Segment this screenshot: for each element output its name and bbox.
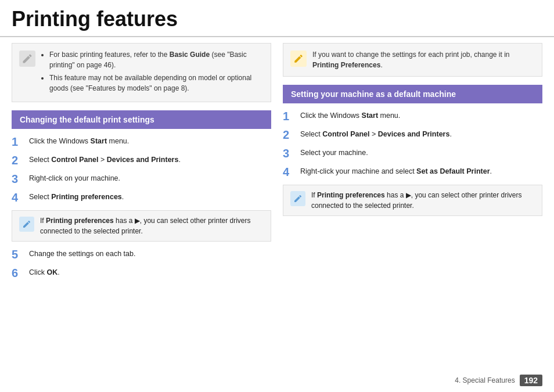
step-4: 4 Select Printing preferences. <box>12 190 271 204</box>
s2-step-3: 3 Select your machine. <box>283 146 542 160</box>
inline-note-right: If Printing preferences has a ▶, you can… <box>283 185 542 216</box>
section2-steps: 1 Click the Windows Start menu. 2 Select… <box>283 109 542 179</box>
section1-header: Changing the default print settings <box>12 110 271 129</box>
step-6: 6 Click OK. <box>12 266 271 280</box>
step-2: 2 Select Control Panel > Devices and Pri… <box>12 153 271 167</box>
page-footer: 4. Special Features 192 <box>455 375 542 386</box>
top-note-box-left: For basic printing features, refer to th… <box>12 43 271 102</box>
steps-5-6: 5 Change the settings on each tab. 6 Cli… <box>12 247 271 280</box>
pencil-icon-inline-right <box>290 191 305 206</box>
step-5: 5 Change the settings on each tab. <box>12 247 271 261</box>
right-column: If you want to change the settings for e… <box>283 43 542 286</box>
title-area: Printing features <box>0 0 554 37</box>
page: Printing features For basic printing fea… <box>0 0 554 392</box>
top-note-box-right: If you want to change the settings for e… <box>283 43 542 77</box>
pencil-icon <box>19 51 35 67</box>
left-column: For basic printing features, refer to th… <box>12 43 271 286</box>
s2-step-2: 2 Select Control Panel > Devices and Pri… <box>283 128 542 142</box>
pencil-icon-inline-left <box>19 217 34 232</box>
inline-note-text-left: If Printing preferences has a ▶, you can… <box>40 215 264 236</box>
top-note-text-left: For basic printing features, refer to th… <box>41 49 264 96</box>
inline-note-left: If Printing preferences has a ▶, you can… <box>12 210 271 242</box>
step-3: 3 Right-click on your machine. <box>12 172 271 186</box>
page-title: Printing features <box>12 7 542 31</box>
page-number: 192 <box>520 375 542 386</box>
step-1: 1 Click the Windows Start menu. <box>12 135 271 149</box>
main-content: For basic printing features, refer to th… <box>0 43 554 286</box>
section2-header: Setting your machine as a default machin… <box>283 85 542 103</box>
inline-note-text-right: If Printing preferences has a ▶, you can… <box>311 190 535 211</box>
chapter-label: 4. Special Features <box>455 376 515 384</box>
pencil-icon-right-top <box>290 51 307 67</box>
s2-step-1: 1 Click the Windows Start menu. <box>283 109 542 123</box>
steps-1-4: 1 Click the Windows Start menu. 2 Select… <box>12 135 271 204</box>
top-note-text-right: If you want to change the settings for e… <box>312 49 535 70</box>
s2-step-4: 4 Right-click your machine and select Se… <box>283 165 542 179</box>
